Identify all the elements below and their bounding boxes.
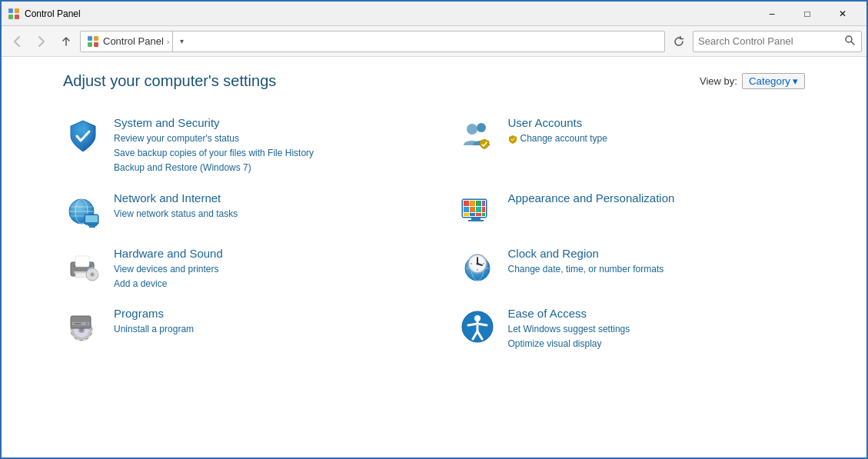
- programs-link-1[interactable]: Uninstall a program: [114, 322, 411, 337]
- svg-rect-34: [471, 218, 481, 220]
- main-content: Adjust your computer's settings View by:…: [2, 57, 866, 374]
- system-security-link-3[interactable]: Backup and Restore (Windows 7): [114, 161, 411, 175]
- network-internet-link-1[interactable]: View network status and tasks: [114, 207, 411, 221]
- system-security-text: System and Security Review your computer…: [114, 116, 411, 176]
- view-by-value-text: Category: [749, 75, 790, 87]
- categories-grid: System and Security Review your computer…: [63, 108, 805, 359]
- search-icon: [845, 35, 855, 45]
- category-item-user-accounts: User Accounts Change account type: [457, 108, 806, 184]
- programs-icon: [63, 307, 103, 347]
- refresh-button[interactable]: [668, 31, 690, 52]
- svg-rect-41: [75, 256, 89, 267]
- svg-rect-7: [94, 42, 98, 47]
- user-accounts-title[interactable]: User Accounts: [508, 116, 806, 129]
- system-security-link-2[interactable]: Save backup copies of your files with Fi…: [114, 146, 411, 161]
- svg-rect-0: [8, 8, 13, 13]
- svg-rect-31: [470, 213, 475, 216]
- page-title: Adjust your computer's settings: [63, 72, 276, 90]
- view-by-label: View by:: [700, 75, 737, 87]
- up-icon: [62, 37, 71, 46]
- programs-text: Programs Uninstall a program: [114, 307, 411, 337]
- system-security-title[interactable]: System and Security: [114, 116, 411, 129]
- category-item-hardware-sound: Hardware and Sound View devices and prin…: [63, 239, 411, 299]
- category-item-appearance: Appearance and Personalization: [457, 184, 806, 239]
- svg-rect-6: [88, 42, 92, 47]
- search-box[interactable]: [693, 31, 862, 52]
- uac-shield-icon: [508, 135, 517, 144]
- svg-rect-2: [8, 15, 13, 19]
- ease-of-access-link-2[interactable]: Optimize visual display: [508, 337, 806, 351]
- back-button[interactable]: [6, 31, 28, 52]
- address-path[interactable]: Control Panel › ▾: [80, 31, 665, 52]
- svg-rect-29: [482, 207, 485, 212]
- forward-icon: [38, 36, 45, 47]
- svg-rect-33: [482, 213, 485, 216]
- search-button[interactable]: [843, 35, 856, 48]
- clock-region-link-1[interactable]: Change date, time, or number formats: [508, 262, 806, 277]
- programs-title[interactable]: Programs: [114, 307, 411, 320]
- appearance-title[interactable]: Appearance and Personalization: [508, 191, 806, 205]
- system-security-icon: [63, 116, 103, 156]
- title-bar: Control Panel – □ ✕: [2, 2, 866, 26]
- view-by-chevron: ▾: [793, 75, 798, 87]
- page-header: Adjust your computer's settings View by:…: [63, 72, 805, 90]
- title-bar-controls: – □ ✕: [754, 2, 860, 26]
- hardware-sound-link-2[interactable]: Add a device: [114, 277, 411, 291]
- svg-point-60: [80, 328, 83, 331]
- ease-of-access-icon: [457, 307, 497, 347]
- svg-rect-23: [470, 201, 475, 206]
- close-button[interactable]: ✕: [825, 2, 860, 26]
- system-security-link-1[interactable]: Review your computer's status: [114, 131, 411, 146]
- network-internet-text: Network and Internet View network status…: [114, 191, 411, 221]
- svg-rect-26: [464, 207, 469, 212]
- hardware-sound-link-1[interactable]: View devices and printers: [114, 262, 411, 277]
- network-internet-icon: [63, 191, 103, 231]
- ease-of-access-text: Ease of Access Let Windows suggest setti…: [508, 307, 806, 351]
- appearance-personalization-icon: [457, 191, 497, 231]
- svg-rect-5: [94, 36, 98, 41]
- minimize-button[interactable]: –: [754, 2, 790, 26]
- svg-rect-25: [482, 201, 485, 206]
- title-bar-text: Control Panel: [25, 8, 754, 19]
- maximize-button[interactable]: □: [790, 2, 825, 26]
- svg-rect-64: [74, 323, 81, 324]
- user-accounts-icon: [457, 116, 497, 156]
- svg-rect-32: [476, 213, 481, 216]
- category-item-system-security: System and Security Review your computer…: [63, 108, 411, 184]
- address-bar: Control Panel › ▾: [2, 26, 866, 57]
- svg-rect-4: [88, 36, 92, 41]
- ease-of-access-title[interactable]: Ease of Access: [508, 307, 806, 320]
- hardware-sound-title[interactable]: Hardware and Sound: [114, 247, 411, 260]
- refresh-icon: [673, 36, 684, 47]
- ease-of-access-link-1[interactable]: Let Windows suggest settings: [508, 322, 806, 337]
- up-button[interactable]: [55, 31, 77, 52]
- svg-point-9: [467, 124, 477, 135]
- network-internet-title[interactable]: Network and Internet: [114, 191, 411, 205]
- svg-point-65: [86, 322, 88, 324]
- hardware-sound-icon: [63, 247, 103, 287]
- svg-rect-22: [464, 201, 469, 206]
- clock-region-title[interactable]: Clock and Region: [508, 247, 806, 260]
- svg-point-10: [477, 123, 486, 132]
- forward-button[interactable]: [31, 31, 52, 52]
- svg-rect-30: [464, 213, 469, 216]
- search-input[interactable]: [698, 35, 843, 47]
- path-text: Control Panel: [103, 35, 164, 47]
- path-dropdown-button[interactable]: ▾: [172, 32, 191, 52]
- svg-rect-28: [476, 207, 481, 212]
- title-bar-icon: [8, 8, 20, 20]
- view-by-control: View by: Category ▾: [700, 73, 805, 89]
- view-by-dropdown[interactable]: Category ▾: [742, 73, 805, 89]
- svg-point-44: [91, 273, 94, 275]
- hardware-sound-text: Hardware and Sound View devices and prin…: [114, 247, 411, 291]
- clock-region-text: Clock and Region Change date, time, or n…: [508, 247, 806, 277]
- svg-rect-17: [85, 215, 98, 222]
- category-item-clock-region: Clock and Region Change date, time, or n…: [457, 239, 806, 299]
- svg-rect-27: [470, 207, 475, 212]
- svg-rect-19: [89, 226, 95, 228]
- category-item-programs: Programs Uninstall a program: [63, 299, 411, 359]
- svg-rect-3: [15, 15, 19, 19]
- clock-region-icon: [457, 247, 497, 287]
- user-accounts-link-1[interactable]: Change account type: [520, 131, 607, 146]
- back-icon: [13, 36, 21, 47]
